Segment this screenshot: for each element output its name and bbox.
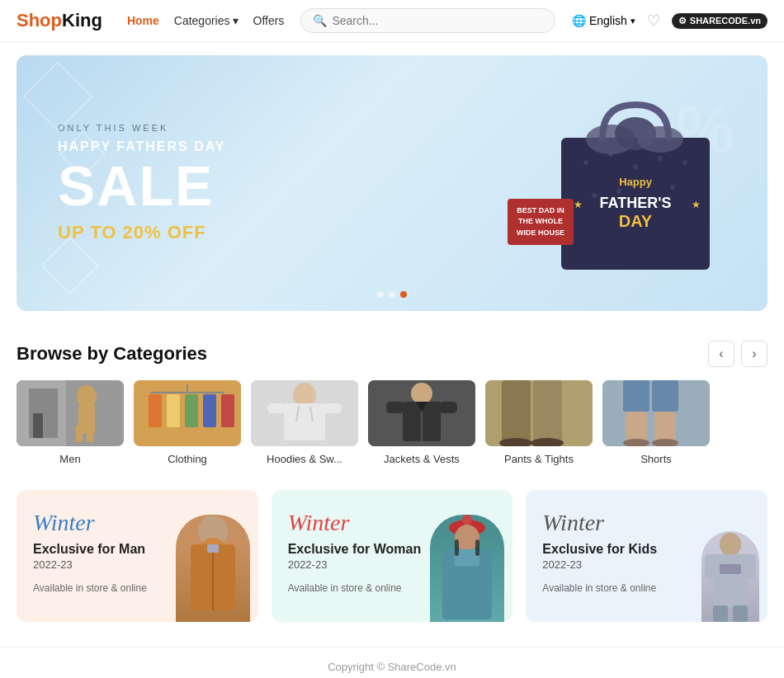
nav-offers[interactable]: Offers bbox=[253, 14, 285, 27]
category-card-hoodies[interactable]: Hoodies & Sw... bbox=[251, 380, 358, 465]
svg-rect-35 bbox=[284, 403, 325, 440]
banner: ONLY THIS WEEK HAPPY FATHERS DAY SALE UP… bbox=[17, 55, 767, 311]
nav-categories[interactable]: Categories ▾ bbox=[174, 14, 239, 27]
category-image-hoodies bbox=[251, 380, 358, 446]
woman-person-svg bbox=[430, 515, 504, 622]
svg-point-65 bbox=[462, 515, 472, 525]
svg-rect-20 bbox=[33, 413, 43, 438]
svg-rect-69 bbox=[455, 539, 459, 556]
svg-point-7 bbox=[616, 189, 621, 194]
svg-rect-39 bbox=[324, 403, 342, 413]
logo-shop: Shop bbox=[17, 10, 62, 31]
category-label-jackets: Jackets & Vests bbox=[384, 453, 460, 465]
nav-home[interactable]: Home bbox=[127, 14, 159, 27]
svg-point-6 bbox=[592, 193, 597, 198]
svg-rect-31 bbox=[203, 394, 216, 427]
category-label-hoodies: Hoodies & Sw... bbox=[267, 453, 342, 465]
clothing-scene-svg bbox=[134, 380, 241, 446]
winter-card-woman[interactable]: Winter Exclusive for Woman 2022-23 Avail… bbox=[272, 490, 513, 622]
sharecode-badge: ⚙ SHARECODE.vn bbox=[672, 13, 767, 29]
category-card-jackets[interactable]: Jackets & Vests bbox=[368, 380, 475, 465]
svg-point-5 bbox=[682, 160, 687, 165]
section-header: Browse by Categories ‹ › bbox=[17, 341, 767, 367]
svg-point-4 bbox=[658, 156, 663, 161]
svg-rect-45 bbox=[386, 402, 404, 413]
category-card-men[interactable]: Men bbox=[17, 380, 124, 465]
gift-bag-svg: Happy FATHER'S DAY ★ ★ bbox=[545, 88, 726, 278]
winter-card-man[interactable]: Winter Exclusive for Man 2022-23 Availab… bbox=[17, 490, 258, 622]
logo[interactable]: ShopKing bbox=[17, 10, 102, 31]
svg-point-1 bbox=[583, 160, 588, 165]
winter-card-kids[interactable]: Winter Exclusive for Kids 2022-23 Availa… bbox=[526, 490, 767, 622]
banner-dots bbox=[377, 291, 407, 298]
svg-point-41 bbox=[411, 383, 432, 404]
category-image-pants bbox=[485, 380, 593, 446]
header-right: 🌐 English ▾ ♡ ⚙ SHARECODE.vn bbox=[572, 12, 767, 30]
category-card-clothing[interactable]: Clothing bbox=[134, 380, 241, 465]
sharecode-label: SHARECODE.vn bbox=[690, 16, 761, 26]
footer: Copyright © ShareCode.vn bbox=[0, 647, 784, 678]
svg-rect-55 bbox=[626, 412, 647, 443]
category-card-shorts[interactable]: Shorts bbox=[602, 380, 710, 465]
dot-3[interactable] bbox=[400, 291, 407, 298]
diamond-deco-1 bbox=[23, 62, 93, 132]
svg-rect-70 bbox=[475, 539, 479, 556]
banner-left: ONLY THIS WEEK HAPPY FATHERS DAY SALE UP… bbox=[58, 123, 545, 243]
svg-text:★: ★ bbox=[692, 199, 701, 210]
best-dad-tag: BEST DAD IN THE WHOLE WIDE HOUSE bbox=[508, 199, 574, 246]
man-person-svg bbox=[176, 515, 250, 622]
svg-rect-76 bbox=[713, 605, 728, 622]
banner-image-area: % Happy FATHER'S bbox=[545, 88, 726, 278]
svg-rect-24 bbox=[87, 426, 93, 442]
svg-rect-49 bbox=[533, 380, 562, 446]
category-card-pants[interactable]: Pants & Tights bbox=[485, 380, 593, 465]
category-image-shorts bbox=[602, 380, 710, 446]
footer-text: Copyright © ShareCode.vn bbox=[328, 661, 456, 673]
winter-woman-person bbox=[430, 515, 504, 622]
svg-rect-75 bbox=[746, 554, 756, 579]
dot-2[interactable] bbox=[389, 291, 395, 298]
svg-rect-23 bbox=[76, 426, 83, 442]
shorts-scene-svg bbox=[602, 380, 710, 446]
svg-rect-38 bbox=[267, 403, 286, 413]
categories-section: Browse by Categories ‹ › bbox=[0, 324, 784, 473]
svg-rect-32 bbox=[221, 394, 234, 427]
prev-arrow-button[interactable]: ‹ bbox=[708, 341, 734, 367]
svg-point-3 bbox=[633, 164, 638, 169]
kid-person-svg bbox=[701, 531, 759, 622]
language-selector[interactable]: 🌐 English ▾ bbox=[572, 14, 635, 27]
banner-discount: UP TO 20% OFF bbox=[58, 222, 545, 243]
search-input[interactable] bbox=[332, 14, 543, 27]
svg-rect-28 bbox=[149, 394, 162, 427]
winter-grid: Winter Exclusive for Man 2022-23 Availab… bbox=[17, 490, 767, 622]
globe-icon: 🌐 bbox=[572, 14, 586, 27]
svg-rect-53 bbox=[623, 380, 649, 412]
svg-rect-62 bbox=[207, 544, 219, 553]
logo-king: King bbox=[62, 10, 102, 31]
svg-rect-30 bbox=[185, 394, 198, 427]
category-image-clothing bbox=[134, 380, 241, 446]
dot-1[interactable] bbox=[377, 291, 384, 298]
banner-fathers-day: HAPPY FATHERS DAY bbox=[58, 139, 545, 154]
nav-arrows: ‹ › bbox=[708, 341, 767, 367]
svg-point-8 bbox=[670, 185, 675, 190]
svg-point-21 bbox=[77, 385, 97, 408]
svg-text:FATHER'S: FATHER'S bbox=[600, 195, 672, 211]
lang-chevron-icon: ▾ bbox=[631, 16, 635, 26]
category-label-pants: Pants & Tights bbox=[504, 453, 574, 465]
pants-scene-svg bbox=[485, 380, 593, 446]
jackets-scene-svg bbox=[368, 380, 475, 446]
category-image-jackets bbox=[368, 380, 475, 446]
gift-bag-container: Happy FATHER'S DAY ★ ★ BEST DAD IN THE W… bbox=[545, 88, 726, 278]
winter-kids-person bbox=[701, 531, 759, 622]
category-label-shorts: Shorts bbox=[640, 453, 672, 465]
category-label-men: Men bbox=[59, 453, 80, 465]
wishlist-button[interactable]: ♡ bbox=[647, 12, 660, 30]
svg-rect-46 bbox=[439, 402, 457, 413]
search-bar[interactable]: 🔍 bbox=[300, 8, 555, 33]
language-label: English bbox=[589, 14, 627, 27]
next-arrow-button[interactable]: › bbox=[741, 341, 767, 367]
category-label-clothing: Clothing bbox=[168, 453, 207, 465]
men-scene-svg bbox=[17, 380, 124, 446]
svg-rect-77 bbox=[733, 605, 748, 622]
